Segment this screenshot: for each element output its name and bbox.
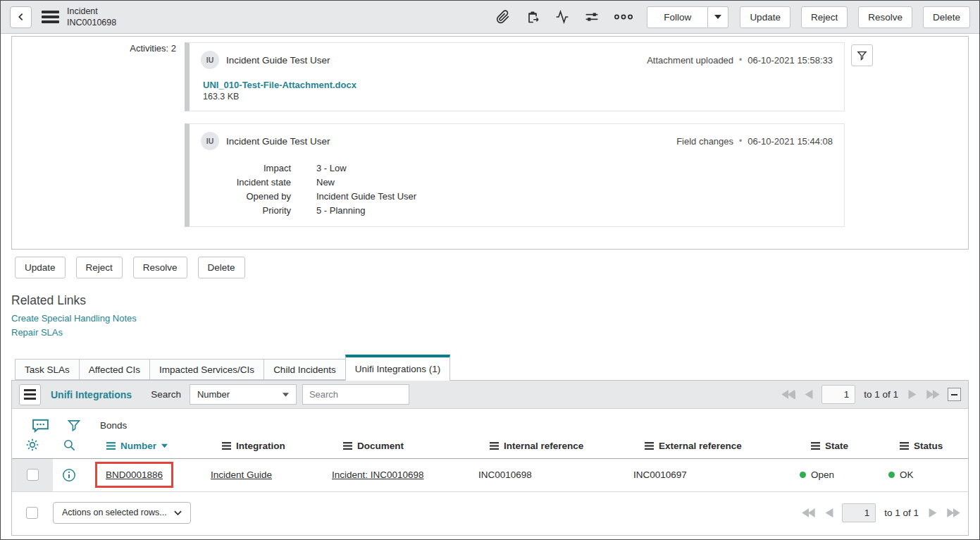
- attachment-link[interactable]: UNI_010-Test-File-Attachment.docx: [203, 80, 356, 90]
- list-search-label: Search: [151, 389, 181, 400]
- page-number-input[interactable]: [842, 503, 876, 522]
- header-action-buttons: Update Reject Resolve Delete: [740, 6, 970, 28]
- field-row: Incident state New: [201, 175, 416, 189]
- document-link[interactable]: Incident: INC0010698: [332, 470, 424, 480]
- list-filter-funnel-icon[interactable]: [67, 418, 81, 433]
- field-row: Priority 5 - Planning: [201, 203, 416, 217]
- group-label: Bonds: [100, 420, 127, 431]
- field-value: New: [291, 175, 416, 189]
- cell-external-reference: INC0010697: [624, 458, 790, 491]
- list-toolbar: Bonds: [12, 409, 968, 434]
- funnel-icon: [856, 49, 868, 61]
- next-page-button[interactable]: [929, 508, 937, 517]
- first-page-button[interactable]: [781, 390, 795, 399]
- tab-impacted-services-cis[interactable]: Impacted Services/CIs: [149, 359, 264, 380]
- table-row: BND0001886 Incident Guide Incident: INC0…: [12, 458, 968, 491]
- activity-stream-icon[interactable]: [555, 10, 569, 24]
- activity-timestamp: 06-10-2021 15:44:08: [748, 136, 833, 147]
- activity-event: Attachment uploaded: [647, 55, 733, 66]
- related-link-special-handling-notes[interactable]: Create Special Handling Notes: [11, 313, 137, 324]
- next-page-button[interactable]: [908, 390, 917, 399]
- field-value: 5 - Planning: [291, 203, 416, 217]
- bond-number-link[interactable]: BND0001886: [106, 470, 163, 480]
- column-header-number[interactable]: Number: [85, 434, 201, 458]
- first-page-button[interactable]: [801, 508, 816, 517]
- follow-button[interactable]: Follow: [647, 6, 708, 28]
- form-reject-button[interactable]: Reject: [76, 257, 123, 278]
- form-context-menu-icon[interactable]: [42, 11, 59, 23]
- row-info-cell: [53, 458, 85, 491]
- list-personalize-header[interactable]: [12, 434, 53, 458]
- related-link-repair-slas[interactable]: Repair SLAs: [11, 327, 63, 338]
- column-header-integration[interactable]: Integration: [201, 434, 322, 458]
- form-delete-button[interactable]: Delete: [198, 257, 245, 278]
- column-menu-icon: [645, 442, 654, 450]
- minus-icon: [951, 394, 957, 395]
- previous-page-button[interactable]: [825, 508, 833, 517]
- list-header-bar: Unifi Integrations Search Number to 1 of…: [12, 381, 968, 409]
- collapse-list-button[interactable]: [948, 388, 961, 401]
- header-delete-button[interactable]: Delete: [923, 6, 970, 28]
- cell-state: Open: [790, 458, 879, 491]
- field-value: 3 - Low: [291, 161, 416, 175]
- last-page-button[interactable]: [946, 508, 961, 517]
- list-footer: Actions on selected rows... to 1 of 1: [12, 492, 968, 535]
- info-icon[interactable]: [62, 468, 76, 482]
- cell-integration: Incident Guide: [201, 458, 322, 491]
- page-number-input[interactable]: [821, 385, 855, 404]
- tab-child-incidents[interactable]: Child Incidents: [263, 359, 346, 380]
- field-label: Impact: [201, 161, 291, 175]
- copy-export-icon[interactable]: [526, 10, 540, 24]
- avatar: IU: [201, 51, 219, 69]
- pagination-range-label: to 1 of 1: [884, 508, 919, 518]
- column-header-document[interactable]: Document: [322, 434, 469, 458]
- meta-separator: •: [739, 136, 742, 146]
- column-header-internal-reference[interactable]: Internal reference: [469, 434, 624, 458]
- actions-on-selected-rows-select[interactable]: Actions on selected rows...: [53, 502, 191, 524]
- list-search-toggle-header[interactable]: [53, 434, 85, 458]
- column-header-status[interactable]: Status: [879, 434, 968, 458]
- column-menu-icon: [900, 442, 909, 450]
- back-button[interactable]: [10, 6, 32, 28]
- attachment-size: 163.3 KB: [203, 92, 833, 102]
- personalize-sliders-icon[interactable]: [585, 10, 599, 24]
- column-label: Document: [357, 441, 404, 451]
- paperclip-icon[interactable]: [496, 10, 510, 24]
- gear-icon: [25, 438, 39, 452]
- form-resolve-button[interactable]: Resolve: [133, 257, 187, 278]
- column-menu-icon: [106, 442, 116, 450]
- column-header-state[interactable]: State: [790, 434, 879, 458]
- cell-internal-reference: INC0010698: [469, 458, 624, 491]
- tab-unifi-integrations[interactable]: Unifi Integrations (1): [345, 355, 451, 381]
- row-checkbox[interactable]: [27, 469, 39, 481]
- tab-affected-cis[interactable]: Affected CIs: [79, 359, 150, 380]
- actions-select-placeholder: Actions on selected rows...: [62, 508, 167, 517]
- search-field-selected: Number: [197, 389, 230, 400]
- more-options-icon[interactable]: [614, 13, 633, 20]
- header-reject-button[interactable]: Reject: [801, 6, 848, 28]
- header-resolve-button[interactable]: Resolve: [858, 6, 912, 28]
- bonds-table: Number Integration Document In: [12, 434, 968, 492]
- search-field-select[interactable]: Number: [190, 384, 297, 405]
- search-icon: [63, 438, 76, 452]
- chat-icon[interactable]: [32, 418, 49, 433]
- form-update-button[interactable]: Update: [15, 257, 66, 278]
- select-all-checkbox[interactable]: [26, 507, 38, 519]
- header-update-button[interactable]: Update: [740, 6, 790, 28]
- top-header-bar: Incident INC0010698 Follow Update Reject…: [1, 1, 979, 34]
- list-context-menu-icon[interactable]: [19, 384, 41, 405]
- field-label: Opened by: [201, 189, 291, 203]
- list-search-input[interactable]: [302, 384, 409, 405]
- chevron-down-icon: [174, 510, 182, 515]
- column-menu-icon: [222, 442, 231, 450]
- avatar: IU: [201, 132, 219, 150]
- integration-link[interactable]: Incident Guide: [211, 470, 272, 480]
- last-page-button[interactable]: [926, 390, 941, 399]
- tab-task-slas[interactable]: Task SLAs: [15, 359, 80, 380]
- follow-dropdown-button[interactable]: [708, 6, 728, 28]
- record-number: INC0010698: [67, 17, 116, 28]
- previous-page-button[interactable]: [805, 390, 813, 399]
- column-header-external-reference[interactable]: External reference: [624, 434, 790, 458]
- meta-separator: •: [739, 55, 742, 65]
- activity-filter-button[interactable]: [851, 44, 873, 66]
